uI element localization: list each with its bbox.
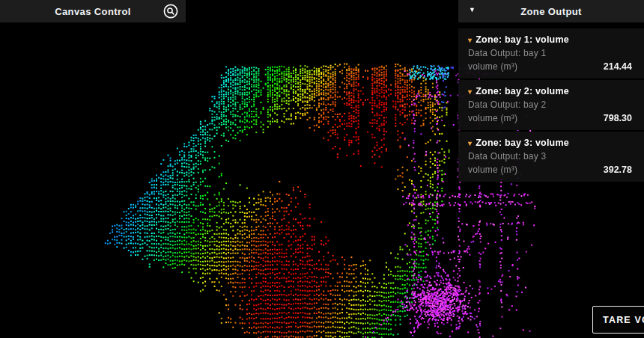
zone-value: 214.44 — [604, 61, 632, 72]
zone-metric-label: volume (m³) — [468, 165, 517, 175]
canvas-control-bar: Canvas Control — [0, 0, 186, 22]
zone-metric-label: volume (m³) — [468, 113, 517, 123]
zone-output-title: Zone Output — [520, 6, 582, 17]
zone-data-output: Data Output: bay 3 — [468, 151, 632, 162]
tare-volume-button[interactable]: TARE VOLUME — [592, 306, 644, 334]
canvas-control-title: Canvas Control — [55, 6, 131, 17]
zone-title: Zone: bay 1: volume — [476, 34, 569, 45]
zone-metric-label: volume (m³) — [468, 61, 517, 72]
zone-title: Zone: bay 3: volume — [476, 138, 569, 148]
zone-data-output: Data Output: bay 2 — [468, 99, 632, 110]
zone-value: 392.78 — [604, 165, 632, 175]
zone-data-output: Data Output: bay 1 — [468, 48, 632, 58]
zone-output-panel: ▾Zone: bay 1: volume Data Output: bay 1 … — [458, 28, 644, 183]
zone-value: 798.30 — [604, 113, 632, 123]
zone-card: ▾Zone: bay 1: volume Data Output: bay 1 … — [458, 28, 644, 79]
zone-caret-icon[interactable]: ▾ — [468, 36, 472, 44]
zone-output-header: ▼ Zone Output — [458, 0, 644, 22]
collapse-caret-icon[interactable]: ▼ — [469, 7, 476, 13]
zone-card: ▾Zone: bay 3: volume Data Output: bay 3 … — [458, 132, 644, 182]
zoom-extents-icon[interactable] — [163, 4, 178, 19]
zone-caret-icon[interactable]: ▾ — [468, 87, 472, 96]
zone-caret-icon[interactable]: ▾ — [468, 139, 472, 147]
zone-title: Zone: bay 2: volume — [476, 86, 569, 96]
app-root: Canvas Control ▼ Zone Output ▾Zone: bay … — [0, 0, 644, 338]
zone-card: ▾Zone: bay 2: volume Data Output: bay 2 … — [458, 80, 644, 130]
